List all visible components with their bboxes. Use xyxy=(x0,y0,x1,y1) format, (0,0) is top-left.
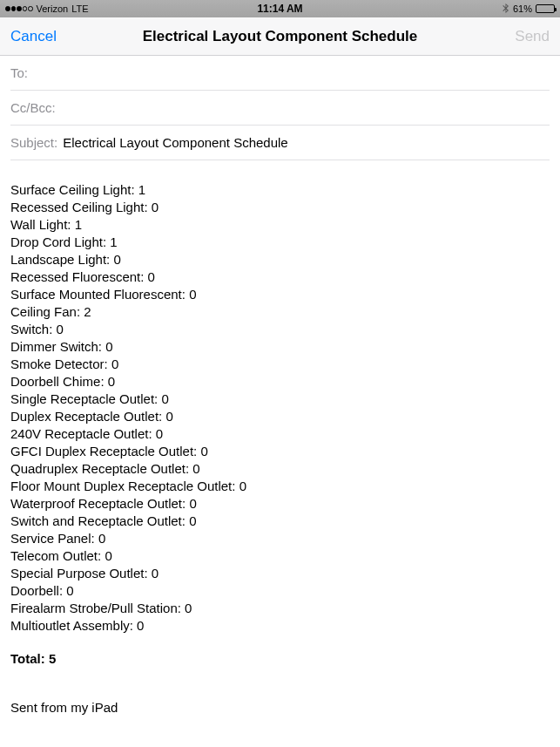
email-signature: Sent from my iPad xyxy=(10,699,550,716)
list-item: Doorbell: 0 xyxy=(10,582,550,600)
component-list: Surface Ceiling Light: 1Recessed Ceiling… xyxy=(10,181,550,635)
list-item-count: 0 xyxy=(148,269,155,284)
list-item-name: Switch and Receptacle Outlet xyxy=(10,513,182,528)
list-item-name: Firealarm Strobe/Pull Station xyxy=(10,601,178,615)
list-item-count: 0 xyxy=(105,548,111,563)
list-item-count: 0 xyxy=(189,513,196,528)
list-item-count: 0 xyxy=(165,409,172,424)
to-field-row[interactable]: To: xyxy=(10,56,550,91)
to-label: To: xyxy=(10,65,28,80)
list-item: GFCI Duplex Receptacle Outlet: 0 xyxy=(10,443,550,460)
list-item: Surface Mounted Fluorescent: 0 xyxy=(10,286,550,303)
list-item: Single Receptacle Outlet: 0 xyxy=(10,390,550,408)
signal-strength-icon xyxy=(5,6,33,11)
total-value: 5 xyxy=(49,651,56,666)
list-item-count: 1 xyxy=(138,182,145,197)
list-item-count: 0 xyxy=(189,496,196,511)
list-item: Surface Ceiling Light: 1 xyxy=(10,181,550,199)
list-item-name: Landscape Light xyxy=(10,252,106,267)
status-right: 61% xyxy=(503,3,555,15)
nav-title: Electrical Layout Component Schedule xyxy=(143,28,418,45)
list-item-count: 0 xyxy=(137,618,144,633)
subject-input[interactable]: Electrical Layout Component Schedule xyxy=(63,135,550,150)
list-item: Landscape Light: 0 xyxy=(10,251,550,268)
list-item: Telecom Outlet: 0 xyxy=(10,547,550,565)
list-item-name: Recessed Fluorescent xyxy=(10,269,140,284)
list-item-name: Multioutlet Assembly xyxy=(10,618,130,633)
cc-bcc-label: Cc/Bcc: xyxy=(10,100,56,115)
list-item: Waterproof Receptacle Outlet: 0 xyxy=(10,495,550,513)
battery-percent: 61% xyxy=(513,3,532,14)
list-item-count: 0 xyxy=(152,200,159,214)
list-item-count: 0 xyxy=(108,374,115,389)
list-item: Smoke Detector: 0 xyxy=(10,356,550,373)
list-item-name: Recessed Ceiling Light xyxy=(10,200,144,214)
bluetooth-icon xyxy=(503,3,509,15)
list-item-name: Single Receptacle Outlet xyxy=(10,391,154,406)
subject-label: Subject: xyxy=(10,135,57,150)
list-item: Switch and Receptacle Outlet: 0 xyxy=(10,513,550,530)
status-time: 11:14 AM xyxy=(257,3,302,15)
compose-fields: To: Cc/Bcc: Subject: Electrical Layout C… xyxy=(0,56,560,160)
list-item-name: Quadruplex Receptacle Outlet xyxy=(10,461,186,476)
list-item-count: 0 xyxy=(192,461,199,476)
list-item-count: 0 xyxy=(98,531,105,546)
list-item: 240V Receptacle Outlet: 0 xyxy=(10,425,550,443)
email-body[interactable]: Surface Ceiling Light: 1Recessed Ceiling… xyxy=(0,160,560,727)
list-item-name: GFCI Duplex Receptacle Outlet xyxy=(10,444,193,458)
status-bar: Verizon LTE 11:14 AM 61% xyxy=(0,0,560,17)
list-item: Dimmer Switch: 0 xyxy=(10,338,550,356)
list-item-count: 0 xyxy=(111,357,118,371)
list-item-name: Smoke Detector xyxy=(10,357,105,371)
list-item-name: Wall Light xyxy=(10,217,67,232)
network-label: LTE xyxy=(71,3,88,14)
list-item: Recessed Ceiling Light: 0 xyxy=(10,199,550,216)
list-item: Recessed Fluorescent: 0 xyxy=(10,268,550,286)
send-button[interactable]: Send xyxy=(515,28,550,45)
list-item-name: Special Purpose Outlet xyxy=(10,566,144,581)
list-item-name: Doorbell Chime xyxy=(10,374,100,389)
list-item-count: 0 xyxy=(113,252,120,267)
carrier-label: Verizon xyxy=(37,3,69,14)
list-item-name: Waterproof Receptacle Outlet xyxy=(10,496,182,511)
list-item-count: 1 xyxy=(110,234,117,249)
list-item: Wall Light: 1 xyxy=(10,216,550,234)
list-item-name: Dimmer Switch xyxy=(10,339,98,354)
cancel-button[interactable]: Cancel xyxy=(10,28,57,45)
status-left: Verizon LTE xyxy=(5,3,89,14)
list-item-count: 0 xyxy=(156,426,163,441)
list-item: Multioutlet Assembly: 0 xyxy=(10,617,550,635)
list-item-name: Drop Cord Light xyxy=(10,234,103,249)
list-item-count: 0 xyxy=(66,583,73,598)
list-item-count: 0 xyxy=(57,322,64,336)
list-item: Firealarm Strobe/Pull Station: 0 xyxy=(10,600,550,617)
cc-bcc-field-row[interactable]: Cc/Bcc: xyxy=(10,91,550,126)
list-item-count: 1 xyxy=(75,217,82,232)
list-item-name: Surface Mounted Fluorescent xyxy=(10,287,182,302)
battery-icon xyxy=(536,4,555,13)
list-item-count: 0 xyxy=(185,601,192,615)
list-item: Quadruplex Receptacle Outlet: 0 xyxy=(10,460,550,478)
list-item-count: 2 xyxy=(84,304,91,319)
list-item: Service Panel: 0 xyxy=(10,530,550,547)
list-item-name: Surface Ceiling Light xyxy=(10,182,131,197)
list-item-name: Floor Mount Duplex Receptacle Outlet xyxy=(10,479,232,493)
list-item-name: Ceiling Fan xyxy=(10,304,77,319)
list-item-count: 0 xyxy=(152,566,159,581)
list-item-count: 0 xyxy=(240,479,246,493)
subject-field-row[interactable]: Subject: Electrical Layout Component Sch… xyxy=(10,126,550,160)
list-item-count: 0 xyxy=(161,391,168,406)
list-item-name: Switch xyxy=(10,322,49,336)
list-item: Drop Cord Light: 1 xyxy=(10,234,550,251)
list-item-name: Service Panel xyxy=(10,531,91,546)
total-row: Total: 5 xyxy=(10,650,550,668)
list-item-name: Doorbell xyxy=(10,583,59,598)
list-item-name: Telecom Outlet xyxy=(10,548,98,563)
list-item-name: Duplex Receptacle Outlet xyxy=(10,409,159,424)
list-item-count: 0 xyxy=(200,444,207,458)
list-item: Ceiling Fan: 2 xyxy=(10,303,550,321)
list-item: Switch: 0 xyxy=(10,321,550,338)
list-item-name: 240V Receptacle Outlet xyxy=(10,426,148,441)
list-item: Doorbell Chime: 0 xyxy=(10,373,550,390)
list-item-count: 0 xyxy=(189,287,196,302)
